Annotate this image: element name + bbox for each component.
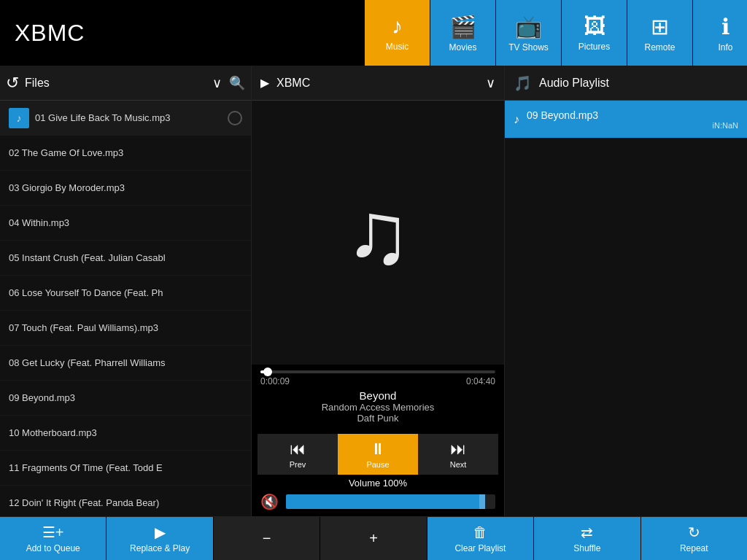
file-name: 05 Instant Crush (Feat. Julian Casabl bbox=[9, 252, 166, 263]
file-item[interactable]: 09 Beyond.mp3 bbox=[0, 381, 251, 416]
track-album: Random Access Memories bbox=[260, 402, 495, 413]
file-item[interactable]: 07 Touch (Feat. Paul Williams).mp3 bbox=[0, 311, 251, 346]
pictures-icon: 🖼 bbox=[584, 14, 605, 39]
file-name: 04 Within.mp3 bbox=[9, 217, 69, 228]
nav-buttons: ♪ Music 🎬 Movies 📺 TV Shows 🖼 Pictures ⊞… bbox=[365, 0, 747, 66]
next-button[interactable]: ⏭ Next bbox=[418, 434, 498, 475]
time-row: 0:00:09 0:04:40 bbox=[260, 376, 495, 386]
nav-tvshows-label: TV Shows bbox=[508, 42, 549, 52]
shuffle-icon: ⇄ bbox=[581, 524, 593, 541]
center-dropdown-icon[interactable]: ∨ bbox=[486, 75, 495, 91]
nav-btn-movies[interactable]: 🎬 Movies bbox=[430, 0, 496, 66]
volume-fill bbox=[286, 494, 485, 509]
progress-area: 0:00:09 0:04:40 Beyond Random Access Mem… bbox=[252, 365, 504, 428]
add-to-queue-icon: ☰+ bbox=[42, 524, 64, 541]
time-total: 0:04:40 bbox=[466, 376, 495, 386]
playlist-item-info: 09 Beyond.mp3iN:NaN bbox=[527, 109, 738, 130]
nav-movies-label: Movies bbox=[449, 42, 476, 52]
next-icon: ⏭ bbox=[450, 440, 466, 459]
clear-playlist-button[interactable]: 🗑 Clear Playlist bbox=[427, 517, 534, 560]
progress-handle[interactable] bbox=[263, 368, 272, 376]
pause-button[interactable]: ⏸ Pause bbox=[338, 434, 418, 475]
volume-label: Volume 100% bbox=[252, 478, 504, 489]
file-item[interactable]: 10 Motherboard.mp3 bbox=[0, 416, 251, 451]
replace-play-button[interactable]: ▶ Replace & Play bbox=[107, 517, 213, 560]
shuffle-button[interactable]: ⇄ Shuffle bbox=[534, 517, 640, 560]
file-name: 02 The Game Of Love.mp3 bbox=[9, 147, 123, 158]
file-name: 11 Fragments Of Time (Feat. Todd E bbox=[9, 462, 163, 473]
audio-playlist-icon: 🎵 bbox=[514, 74, 532, 92]
file-item[interactable]: 12 Doin' It Right (Feat. Panda Bear) bbox=[0, 486, 251, 516]
mute-button[interactable]: 🔇 bbox=[260, 493, 279, 510]
nav-btn-remote[interactable]: ⊞ Remote bbox=[627, 0, 693, 66]
repeat-label: Repeat bbox=[680, 543, 708, 553]
file-name: 07 Touch (Feat. Paul Williams).mp3 bbox=[9, 322, 158, 333]
file-item[interactable]: 11 Fragments Of Time (Feat. Todd E bbox=[0, 451, 251, 486]
app-title: XBMC bbox=[0, 20, 365, 47]
vol-down-button[interactable]: − bbox=[214, 517, 320, 560]
left-header-icons: ∨ 🔍 bbox=[212, 75, 245, 91]
bottom-bar: ☰+ Add to Queue ▶ Replace & Play − + 🗑 C… bbox=[0, 516, 747, 560]
play-indicator-icon: ▶ bbox=[260, 76, 269, 90]
file-item[interactable]: ♪01 Give Life Back To Music.mp3 bbox=[0, 101, 251, 136]
music-note-icon: ♪ bbox=[9, 108, 29, 128]
right-panel: 🎵 Audio Playlist ♪09 Beyond.mp3iN:NaN bbox=[504, 66, 747, 516]
file-item[interactable]: 06 Lose Yourself To Dance (Feat. Ph bbox=[0, 276, 251, 311]
sort-dropdown-button[interactable]: ∨ bbox=[212, 75, 222, 91]
replace-play-label: Replace & Play bbox=[130, 543, 190, 553]
main-layout: ↺ Files ∨ 🔍 ♪01 Give Life Back To Music.… bbox=[0, 66, 747, 516]
vol-up-button[interactable]: + bbox=[320, 517, 427, 560]
nav-remote-label: Remote bbox=[644, 42, 675, 52]
file-name: 01 Give Life Back To Music.mp3 bbox=[35, 112, 170, 123]
loading-circle bbox=[228, 111, 242, 125]
file-item[interactable]: 03 Giorgio By Moroder.mp3 bbox=[0, 171, 251, 206]
track-artist: Daft Punk bbox=[260, 413, 495, 424]
left-header-title: Files bbox=[25, 77, 206, 90]
file-name: 10 Motherboard.mp3 bbox=[9, 427, 97, 438]
album-art-music-note: ♫ bbox=[345, 182, 411, 283]
add-to-queue-label: Add to Queue bbox=[26, 543, 80, 553]
file-item[interactable]: 02 The Game Of Love.mp3 bbox=[0, 136, 251, 171]
info-icon: ℹ bbox=[721, 14, 729, 39]
progress-bar[interactable] bbox=[260, 370, 495, 373]
nav-info-label: Info bbox=[718, 42, 732, 52]
file-item[interactable]: 05 Instant Crush (Feat. Julian Casabl bbox=[0, 241, 251, 276]
nav-btn-pictures[interactable]: 🖼 Pictures bbox=[562, 0, 627, 66]
clear-playlist-label: Clear Playlist bbox=[454, 543, 506, 553]
file-item[interactable]: 08 Get Lucky (Feat. Pharrell Williams bbox=[0, 346, 251, 381]
nav-btn-music[interactable]: ♪ Music bbox=[365, 0, 430, 66]
clear-playlist-icon: 🗑 bbox=[473, 524, 487, 541]
volume-row: 🔇 bbox=[252, 490, 504, 516]
playlist-item-meta: iN:NaN bbox=[527, 121, 738, 130]
shuffle-label: Shuffle bbox=[573, 543, 600, 553]
nav-music-label: Music bbox=[386, 42, 409, 52]
prev-button[interactable]: ⏮ Prev bbox=[258, 434, 338, 475]
file-name: 08 Get Lucky (Feat. Pharrell Williams bbox=[9, 357, 166, 368]
remote-icon: ⊞ bbox=[651, 14, 669, 39]
playlist-item-name: 09 Beyond.mp3 bbox=[527, 109, 738, 121]
add-to-queue-button[interactable]: ☰+ Add to Queue bbox=[0, 517, 107, 560]
volume-dot bbox=[479, 494, 485, 509]
right-header: 🎵 Audio Playlist bbox=[505, 66, 747, 101]
center-title: XBMC bbox=[276, 77, 479, 90]
center-header: ▶ XBMC ∨ bbox=[252, 66, 504, 101]
repeat-button[interactable]: ↻ Repeat bbox=[641, 517, 747, 560]
search-button[interactable]: 🔍 bbox=[229, 75, 245, 91]
right-header-title: Audio Playlist bbox=[539, 77, 609, 90]
file-name: 12 Doin' It Right (Feat. Panda Bear) bbox=[9, 497, 159, 508]
next-label: Next bbox=[450, 460, 467, 469]
file-list: ♪01 Give Life Back To Music.mp302 The Ga… bbox=[0, 101, 251, 516]
nav-btn-tvshows[interactable]: 📺 TV Shows bbox=[496, 0, 562, 66]
volume-section: Volume 100% 🔇 bbox=[252, 478, 504, 516]
back-button[interactable]: ↺ bbox=[6, 74, 19, 93]
album-art-area: ♫ bbox=[252, 101, 504, 365]
volume-bar[interactable] bbox=[286, 494, 495, 509]
left-panel: ↺ Files ∨ 🔍 ♪01 Give Life Back To Music.… bbox=[0, 66, 252, 516]
nav-pictures-label: Pictures bbox=[578, 42, 610, 52]
file-name: 09 Beyond.mp3 bbox=[9, 392, 75, 403]
nav-btn-info[interactable]: ℹ Info bbox=[693, 0, 747, 66]
left-header: ↺ Files ∨ 🔍 bbox=[0, 66, 251, 101]
file-item[interactable]: 04 Within.mp3 bbox=[0, 206, 251, 241]
pause-icon: ⏸ bbox=[370, 440, 386, 459]
playlist-item[interactable]: ♪09 Beyond.mp3iN:NaN bbox=[505, 101, 747, 139]
